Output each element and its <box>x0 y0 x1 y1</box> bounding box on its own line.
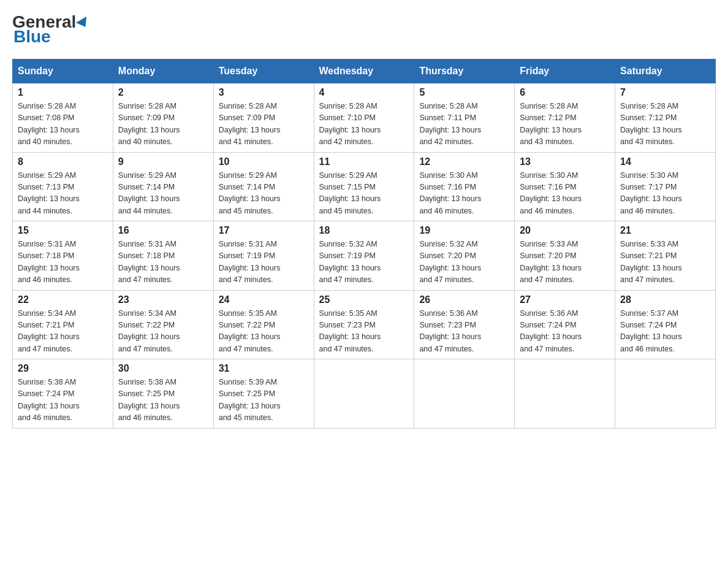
calendar-cell: 13 Sunrise: 5:30 AMSunset: 7:16 PMDaylig… <box>515 152 615 221</box>
day-info: Sunrise: 5:31 AMSunset: 7:19 PMDaylight:… <box>219 240 281 284</box>
day-info: Sunrise: 5:35 AMSunset: 7:22 PMDaylight:… <box>219 309 281 353</box>
calendar-cell: 21 Sunrise: 5:33 AMSunset: 7:21 PMDaylig… <box>615 221 716 291</box>
day-number: 24 <box>219 294 309 305</box>
day-number: 18 <box>319 225 409 236</box>
calendar-cell: 9 Sunrise: 5:29 AMSunset: 7:14 PMDayligh… <box>113 152 213 221</box>
calendar-cell: 24 Sunrise: 5:35 AMSunset: 7:22 PMDaylig… <box>213 290 314 359</box>
calendar-header-tuesday: Tuesday <box>213 59 314 83</box>
calendar-cell: 20 Sunrise: 5:33 AMSunset: 7:20 PMDaylig… <box>515 221 615 291</box>
day-info: Sunrise: 5:28 AMSunset: 7:12 PMDaylight:… <box>520 102 582 146</box>
day-number: 28 <box>620 294 710 305</box>
day-number: 20 <box>520 225 610 236</box>
calendar-cell <box>515 359 615 429</box>
day-info: Sunrise: 5:39 AMSunset: 7:25 PMDaylight:… <box>219 378 281 422</box>
calendar-cell: 15 Sunrise: 5:31 AMSunset: 7:18 PMDaylig… <box>13 221 113 291</box>
day-info: Sunrise: 5:35 AMSunset: 7:23 PMDaylight:… <box>319 309 381 353</box>
day-info: Sunrise: 5:31 AMSunset: 7:18 PMDaylight:… <box>18 240 80 284</box>
day-number: 19 <box>419 225 509 236</box>
day-info: Sunrise: 5:29 AMSunset: 7:14 PMDaylight:… <box>219 171 281 215</box>
day-info: Sunrise: 5:28 AMSunset: 7:08 PMDaylight:… <box>18 102 80 146</box>
day-number: 1 <box>18 87 108 98</box>
calendar-header-friday: Friday <box>515 59 615 83</box>
calendar-cell: 1 Sunrise: 5:28 AMSunset: 7:08 PMDayligh… <box>13 83 113 153</box>
day-info: Sunrise: 5:32 AMSunset: 7:19 PMDaylight:… <box>319 240 381 284</box>
day-number: 8 <box>18 156 108 167</box>
calendar-cell: 6 Sunrise: 5:28 AMSunset: 7:12 PMDayligh… <box>515 83 615 153</box>
day-number: 3 <box>219 87 309 98</box>
day-info: Sunrise: 5:30 AMSunset: 7:16 PMDaylight:… <box>520 171 582 215</box>
day-number: 27 <box>520 294 610 305</box>
calendar-table: SundayMondayTuesdayWednesdayThursdayFrid… <box>12 59 716 429</box>
calendar-header-wednesday: Wednesday <box>314 59 414 83</box>
day-number: 15 <box>18 225 108 236</box>
calendar-cell: 17 Sunrise: 5:31 AMSunset: 7:19 PMDaylig… <box>213 221 314 291</box>
calendar-cell: 26 Sunrise: 5:36 AMSunset: 7:23 PMDaylig… <box>414 290 515 359</box>
calendar-cell: 18 Sunrise: 5:32 AMSunset: 7:19 PMDaylig… <box>314 221 414 291</box>
calendar-header-thursday: Thursday <box>414 59 515 83</box>
calendar-cell: 4 Sunrise: 5:28 AMSunset: 7:10 PMDayligh… <box>314 83 414 153</box>
calendar-header-monday: Monday <box>113 59 213 83</box>
logo-arrow-icon <box>76 17 91 30</box>
calendar-cell: 22 Sunrise: 5:34 AMSunset: 7:21 PMDaylig… <box>13 290 113 359</box>
day-number: 9 <box>118 156 208 167</box>
day-number: 23 <box>118 294 208 305</box>
day-info: Sunrise: 5:31 AMSunset: 7:18 PMDaylight:… <box>118 240 180 284</box>
logo-blue-text: Blue <box>13 27 51 47</box>
day-info: Sunrise: 5:28 AMSunset: 7:09 PMDaylight:… <box>219 102 281 146</box>
day-number: 21 <box>620 225 710 236</box>
day-number: 22 <box>18 294 108 305</box>
calendar-cell: 29 Sunrise: 5:38 AMSunset: 7:24 PMDaylig… <box>13 359 113 429</box>
calendar-cell <box>414 359 515 429</box>
calendar-cell: 3 Sunrise: 5:28 AMSunset: 7:09 PMDayligh… <box>213 83 314 153</box>
calendar-cell: 25 Sunrise: 5:35 AMSunset: 7:23 PMDaylig… <box>314 290 414 359</box>
day-info: Sunrise: 5:36 AMSunset: 7:23 PMDaylight:… <box>419 309 481 353</box>
calendar-cell: 12 Sunrise: 5:30 AMSunset: 7:16 PMDaylig… <box>414 152 515 221</box>
day-number: 13 <box>520 156 610 167</box>
day-number: 6 <box>520 87 610 98</box>
calendar-week-row: 15 Sunrise: 5:31 AMSunset: 7:18 PMDaylig… <box>13 221 716 291</box>
day-info: Sunrise: 5:32 AMSunset: 7:20 PMDaylight:… <box>419 240 481 284</box>
day-number: 30 <box>118 363 208 374</box>
day-info: Sunrise: 5:29 AMSunset: 7:14 PMDaylight:… <box>118 171 180 215</box>
day-number: 31 <box>219 363 309 374</box>
day-info: Sunrise: 5:28 AMSunset: 7:09 PMDaylight:… <box>118 102 180 146</box>
day-number: 11 <box>319 156 409 167</box>
calendar-cell: 23 Sunrise: 5:34 AMSunset: 7:22 PMDaylig… <box>113 290 213 359</box>
day-info: Sunrise: 5:28 AMSunset: 7:10 PMDaylight:… <box>319 102 381 146</box>
calendar-cell: 28 Sunrise: 5:37 AMSunset: 7:24 PMDaylig… <box>615 290 716 359</box>
day-info: Sunrise: 5:28 AMSunset: 7:11 PMDaylight:… <box>419 102 481 146</box>
day-number: 7 <box>620 87 710 98</box>
calendar-cell: 31 Sunrise: 5:39 AMSunset: 7:25 PMDaylig… <box>213 359 314 429</box>
day-info: Sunrise: 5:34 AMSunset: 7:21 PMDaylight:… <box>18 309 80 353</box>
calendar-header-sunday: Sunday <box>13 59 113 83</box>
calendar-cell: 8 Sunrise: 5:29 AMSunset: 7:13 PMDayligh… <box>13 152 113 221</box>
calendar-cell: 11 Sunrise: 5:29 AMSunset: 7:15 PMDaylig… <box>314 152 414 221</box>
day-number: 25 <box>319 294 409 305</box>
calendar-cell: 16 Sunrise: 5:31 AMSunset: 7:18 PMDaylig… <box>113 221 213 291</box>
day-info: Sunrise: 5:28 AMSunset: 7:12 PMDaylight:… <box>620 102 682 146</box>
day-info: Sunrise: 5:38 AMSunset: 7:24 PMDaylight:… <box>18 378 80 422</box>
day-number: 29 <box>18 363 108 374</box>
calendar-cell: 2 Sunrise: 5:28 AMSunset: 7:09 PMDayligh… <box>113 83 213 153</box>
calendar-week-row: 1 Sunrise: 5:28 AMSunset: 7:08 PMDayligh… <box>13 83 716 153</box>
day-number: 5 <box>419 87 509 98</box>
day-number: 17 <box>219 225 309 236</box>
calendar-cell: 27 Sunrise: 5:36 AMSunset: 7:24 PMDaylig… <box>515 290 615 359</box>
day-info: Sunrise: 5:33 AMSunset: 7:21 PMDaylight:… <box>620 240 682 284</box>
day-info: Sunrise: 5:30 AMSunset: 7:17 PMDaylight:… <box>620 171 682 215</box>
day-number: 4 <box>319 87 409 98</box>
calendar-cell: 19 Sunrise: 5:32 AMSunset: 7:20 PMDaylig… <box>414 221 515 291</box>
day-number: 26 <box>419 294 509 305</box>
day-info: Sunrise: 5:29 AMSunset: 7:13 PMDaylight:… <box>18 171 80 215</box>
calendar-header-row: SundayMondayTuesdayWednesdayThursdayFrid… <box>13 59 716 83</box>
day-number: 16 <box>118 225 208 236</box>
day-number: 10 <box>219 156 309 167</box>
logo: General Blue <box>12 12 89 47</box>
day-number: 2 <box>118 87 208 98</box>
calendar-week-row: 22 Sunrise: 5:34 AMSunset: 7:21 PMDaylig… <box>13 290 716 359</box>
day-info: Sunrise: 5:33 AMSunset: 7:20 PMDaylight:… <box>520 240 582 284</box>
calendar-week-row: 29 Sunrise: 5:38 AMSunset: 7:24 PMDaylig… <box>13 359 716 429</box>
day-info: Sunrise: 5:38 AMSunset: 7:25 PMDaylight:… <box>118 378 180 422</box>
calendar-cell: 30 Sunrise: 5:38 AMSunset: 7:25 PMDaylig… <box>113 359 213 429</box>
calendar-cell <box>314 359 414 429</box>
